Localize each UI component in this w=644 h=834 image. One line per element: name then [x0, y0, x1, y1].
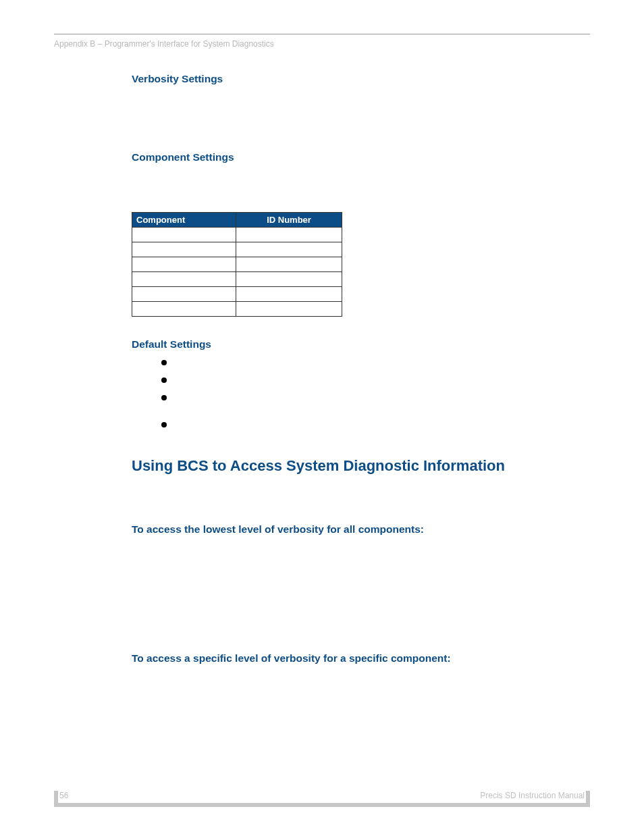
spacer [132, 436, 590, 457]
default-settings-list [132, 356, 590, 436]
cell-id [236, 257, 342, 272]
cell-component [132, 228, 236, 242]
spacer [132, 169, 590, 209]
table-row [132, 302, 342, 317]
table-row [132, 272, 342, 287]
spacer [132, 483, 590, 523]
footer-bar [54, 803, 590, 807]
table-row [132, 287, 342, 302]
cell-id [236, 272, 342, 287]
table-row [132, 228, 342, 242]
cell-id [236, 287, 342, 302]
table-header-id-number: ID Number [236, 213, 342, 228]
cell-id [236, 228, 342, 242]
heading-verbosity-settings: Verbosity Settings [132, 73, 590, 85]
heading-access-lowest-verbosity: To access the lowest level of verbosity … [132, 523, 590, 536]
content-area: Verbosity Settings Component Settings Co… [132, 73, 590, 670]
component-id-table: Component ID Number [132, 212, 342, 317]
footer-tab-left [54, 791, 58, 803]
cell-component [132, 287, 236, 302]
heading-component-settings: Component Settings [132, 151, 590, 163]
list-item [161, 373, 590, 391]
footer-tab-right [586, 791, 590, 803]
page-footer: 56 Precis SD Instruction Manual [54, 788, 590, 807]
cell-component [132, 272, 236, 287]
page-number: 56 [59, 791, 68, 800]
table-header-row: Component ID Number [132, 213, 342, 228]
cell-id [236, 302, 342, 317]
manual-title: Precis SD Instruction Manual [480, 791, 585, 800]
list-item [161, 418, 590, 436]
table-row [132, 242, 342, 257]
page: Appendix B – Programmer's Interface for … [0, 0, 644, 834]
table-row [132, 257, 342, 272]
header-rule [54, 34, 590, 34]
list-item [161, 356, 590, 373]
cell-component [132, 242, 236, 257]
heading-default-settings: Default Settings [132, 338, 590, 350]
spacer [132, 541, 590, 652]
cell-component [132, 257, 236, 272]
spacer [132, 90, 590, 151]
heading-using-bcs: Using BCS to Access System Diagnostic In… [132, 457, 590, 475]
spacer [132, 317, 590, 338]
cell-component [132, 302, 236, 317]
list-item [161, 391, 590, 409]
table-header-component: Component [132, 213, 236, 228]
running-header: Appendix B – Programmer's Interface for … [54, 39, 274, 49]
cell-id [236, 242, 342, 257]
heading-access-specific-verbosity: To access a specific level of verbosity … [132, 652, 590, 664]
